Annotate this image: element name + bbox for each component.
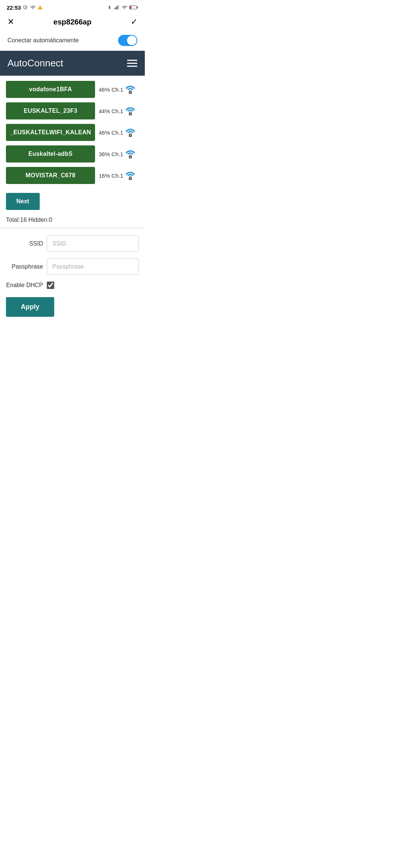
confirm-button[interactable]: ✓ (131, 17, 137, 27)
auto-connect-row: Conectar automáticamente (0, 30, 145, 51)
network-list: vodafone1BFA46% Ch.1 EUSKALTEL_23F344% C… (0, 76, 145, 191)
battery-icon (129, 5, 138, 10)
network-item: _EUSKALTELWIFI_KALEAN46% Ch.1 (6, 124, 139, 141)
passphrase-row: Passphrase (6, 259, 139, 275)
network-signal-text: 16% Ch.1 (99, 172, 123, 179)
svg-rect-0 (114, 8, 115, 9)
hamburger-line-1 (127, 60, 137, 61)
svg-point-13 (130, 114, 131, 114)
alarm-off-icon (23, 5, 28, 10)
network-ssid-button[interactable]: MOVISTAR_C678 (6, 167, 95, 184)
network-signal-text: 46% Ch.1 (99, 129, 123, 136)
svg-point-22 (130, 178, 131, 179)
svg-rect-21 (129, 177, 131, 178)
network-signal-text: 36% Ch.1 (99, 151, 123, 157)
network-ssid-button[interactable]: vodafone1BFA (6, 81, 95, 98)
autoconnect-header: AutoConnect (0, 51, 145, 76)
svg-rect-15 (129, 134, 131, 135)
hamburger-line-2 (127, 63, 137, 64)
svg-rect-9 (129, 91, 131, 92)
svg-point-16 (130, 135, 131, 136)
network-ssid-button[interactable]: Euskaltel-adbS (6, 145, 95, 162)
close-button[interactable]: ✕ (7, 17, 14, 27)
wifi-lock-icon (125, 106, 135, 116)
svg-rect-5 (137, 7, 138, 9)
network-info: 46% Ch.1 (99, 84, 135, 95)
auto-connect-toggle[interactable] (118, 35, 137, 46)
dhcp-checkbox-wrapper (47, 282, 54, 289)
total-info: Total:16 Hidden:0 (0, 214, 145, 228)
dhcp-label: Enable DHCP (6, 282, 43, 289)
network-info: 16% Ch.1 (99, 170, 135, 181)
dhcp-row: Enable DHCP (6, 282, 139, 289)
ssid-row: SSID (6, 236, 139, 252)
network-info: 46% Ch.1 (99, 127, 135, 138)
next-button[interactable]: Next (6, 193, 40, 210)
svg-rect-2 (117, 6, 117, 10)
wifi-lock-icon (125, 149, 135, 159)
page-title: esp8266ap (53, 18, 91, 26)
wifi-icon (30, 5, 36, 10)
toggle-knob (127, 36, 137, 45)
wifi-strength-icon (121, 5, 127, 10)
network-info: 44% Ch.1 (99, 106, 135, 116)
menu-button[interactable] (127, 60, 137, 67)
svg-rect-3 (118, 5, 118, 9)
dhcp-checkbox[interactable] (47, 282, 54, 289)
status-time: 22:53 (7, 4, 21, 11)
ssid-input[interactable] (47, 236, 139, 252)
ssid-label: SSID (6, 240, 43, 247)
svg-rect-6 (130, 6, 131, 9)
auto-connect-label: Conectar automáticamente (7, 37, 79, 44)
svg-rect-12 (129, 112, 131, 114)
svg-rect-1 (115, 7, 116, 9)
svg-point-19 (130, 157, 131, 157)
title-bar: ✕ esp8266ap ✓ (0, 13, 145, 30)
wifi-lock-icon (125, 170, 135, 181)
network-info: 36% Ch.1 (99, 149, 135, 159)
wifi-lock-icon (125, 84, 135, 95)
bluetooth-icon (107, 4, 112, 10)
network-item: MOVISTAR_C67816% Ch.1 (6, 167, 139, 184)
network-signal-text: 44% Ch.1 (99, 108, 123, 114)
network-item: vodafone1BFA46% Ch.1 (6, 81, 139, 98)
hamburger-line-3 (127, 66, 137, 67)
wifi-lock-icon (125, 127, 135, 138)
svg-point-10 (130, 92, 131, 93)
network-ssid-button[interactable]: EUSKALTEL_23F3 (6, 102, 95, 119)
passphrase-label: Passphrase (6, 263, 43, 270)
network-item: Euskaltel-adbS36% Ch.1 (6, 145, 139, 162)
apply-button[interactable]: Apply (6, 297, 54, 317)
network-item: EUSKALTEL_23F344% Ch.1 (6, 102, 139, 119)
svg-rect-18 (129, 155, 131, 157)
autoconnect-title: AutoConnect (7, 57, 63, 69)
form-section: SSID Passphrase Enable DHCP Apply (0, 228, 145, 324)
warning-icon (38, 5, 43, 10)
network-ssid-button[interactable]: _EUSKALTELWIFI_KALEAN (6, 124, 95, 141)
signal-icon (114, 5, 120, 10)
network-signal-text: 46% Ch.1 (99, 86, 123, 93)
passphrase-input[interactable] (47, 259, 139, 275)
status-bar: 22:53 (0, 0, 145, 13)
